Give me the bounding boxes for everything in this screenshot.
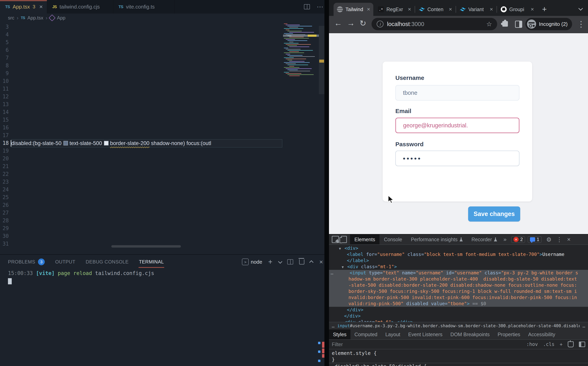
close-icon[interactable]: × — [490, 6, 493, 13]
styles-tab-layout[interactable]: Layout — [381, 329, 404, 339]
dom-tree-row[interactable]: nvalid:border-pink-500 invalid:text-pink… — [329, 294, 588, 301]
chevron-up-icon[interactable] — [309, 260, 313, 265]
filter-input[interactable]: Filter — [332, 342, 343, 347]
panel-tab-output[interactable]: OUTPUT — [55, 258, 75, 266]
code-editor[interactable]: 3456789101112131415161718192021222324252… — [0, 22, 329, 248]
dom-tree-row[interactable]: …<input type="text" name="username" id="… — [329, 270, 588, 276]
device-toolbar-icon[interactable] — [341, 236, 347, 243]
dom-tree-row[interactable]: -slate-500 disabled:border-slate-200 dis… — [329, 282, 588, 288]
username-label: Username — [395, 75, 424, 81]
close-icon[interactable]: × — [531, 6, 534, 13]
shell-name: node — [251, 259, 262, 265]
more-actions-icon[interactable]: ⋯ — [317, 3, 323, 11]
new-tab-icon[interactable]: + — [542, 5, 547, 14]
split-editor-icon[interactable] — [304, 4, 310, 9]
close-icon[interactable]: × — [39, 3, 43, 10]
devtools-menu-icon[interactable]: ⋮ — [556, 236, 562, 243]
breadcrumb-src[interactable]: src — [8, 15, 14, 21]
issues-badge[interactable]: 1 — [528, 236, 542, 243]
tab-search-chevron-icon[interactable] — [579, 7, 582, 11]
browser-tab-groupi[interactable]: Groupi× — [497, 3, 537, 16]
panel-tab-debug-console[interactable]: DEBUG CONSOLE — [86, 258, 129, 266]
styles-tab-dom-breakpoints[interactable]: DOM Breakpoints — [447, 329, 494, 339]
browser-tab-regexr[interactable]: .*RegExr× — [374, 3, 414, 16]
split-terminal-icon[interactable] — [287, 259, 293, 265]
close-devtools-icon[interactable]: × — [567, 236, 571, 243]
kill-terminal-icon[interactable] — [299, 259, 304, 265]
browser-menu-icon[interactable]: ⋮ — [577, 19, 585, 29]
code-line-18[interactable]: disabled:(bg-slate-50 text-slate-500 bor… — [11, 139, 282, 147]
site-info-icon[interactable]: i — [377, 21, 383, 27]
styles-tab-properties[interactable]: Properties — [494, 329, 524, 339]
password-field[interactable]: ••••• — [395, 151, 519, 166]
styles-tab-styles[interactable]: Styles — [329, 329, 350, 339]
dom-tree-row[interactable]: ▼<div> — [329, 245, 588, 251]
inspect-element-icon[interactable] — [332, 236, 339, 243]
tab-vite-config[interactable]: TS vite.config.ts — [113, 0, 175, 14]
elements-tree[interactable]: ▼<div><label for="username" class="block… — [329, 245, 588, 322]
selected-node-path[interactable]: input#username.px-3.py-2.bg-white.border… — [337, 323, 580, 328]
more-tabs-icon[interactable]: » — [502, 236, 509, 243]
username-field[interactable]: tbone — [395, 85, 519, 100]
dom-tree-row[interactable]: <label for="username" class="block text-… — [329, 251, 588, 258]
styles-tab-event-listeners[interactable]: Event Listeners — [404, 329, 447, 339]
element-style-rule[interactable]: element.style { } — [332, 350, 377, 363]
styles-tab-computed[interactable]: Computed — [350, 329, 381, 339]
error-badge[interactable]: × 2 — [511, 236, 525, 243]
back-icon[interactable]: ← — [334, 19, 342, 28]
settings-gear-icon[interactable]: ⚙ — [546, 236, 552, 243]
horizontal-scrollbar[interactable] — [111, 245, 181, 248]
dom-tree-row[interactable]: </div> — [329, 313, 588, 319]
dom-tree-row[interactable]: </label> — [329, 258, 588, 264]
dom-tree-row[interactable]: hadow-sm border-slate-300 placeholder-sl… — [329, 276, 588, 282]
dom-tree-row[interactable]: border-sky-500 focus:ring-sky-500 focus:… — [329, 288, 588, 294]
panel-tab-terminal[interactable]: TERMINAL — [139, 258, 164, 266]
breadcrumb-symbol[interactable]: App — [57, 15, 65, 21]
dom-tree-row[interactable]: ▼<div class="mt-1"> — [329, 264, 588, 270]
line-number: 11 — [0, 85, 9, 93]
terminal-shell-selector[interactable]: > node — [242, 259, 262, 265]
rendering-icon[interactable] — [568, 341, 574, 347]
hov-toggle[interactable]: :hov — [526, 342, 538, 347]
dom-tree-row[interactable]: ▶<div class="mt-6">…</div> — [329, 319, 588, 322]
email-field[interactable]: george@krugerindustrial. — [395, 118, 519, 133]
tab-label: App.tsx — [13, 4, 30, 10]
close-icon[interactable]: × — [449, 6, 452, 13]
save-changes-button[interactable]: Save changes — [468, 206, 520, 221]
tab-app-tsx[interactable]: TS App.tsx 3 × — [0, 0, 47, 14]
incognito-badge[interactable]: Incognito (2) — [525, 18, 572, 30]
panel-tab-problems[interactable]: PROBLEMS3 — [8, 258, 45, 266]
sidebar-toggle-icon[interactable] — [579, 342, 585, 347]
crumb-ellipsis[interactable]: … — [329, 323, 337, 328]
styles-tab-accessibility[interactable]: Accessibility — [524, 329, 559, 339]
devtools-tab-recorder[interactable]: Recorder — [467, 235, 502, 244]
extensions-icon[interactable] — [502, 21, 508, 27]
chevron-down-icon[interactable] — [278, 259, 282, 263]
browser-tab-variant[interactable]: Variant× — [456, 3, 496, 16]
devtools-tab-performance-insights[interactable]: Performance insights — [407, 235, 467, 244]
browser-tab-tailwind[interactable]: Tailwind× — [333, 3, 373, 16]
dom-tree-row[interactable]: </div> — [329, 307, 588, 313]
dom-tree-row[interactable]: valid:ring-pink-500" disabled value="tbo… — [329, 301, 588, 307]
devtools-tab-elements[interactable]: Elements — [350, 235, 379, 244]
row-actions-ellipsis[interactable]: … — [331, 270, 333, 276]
new-terminal-icon[interactable]: + — [268, 258, 272, 266]
tailwind-favicon — [460, 6, 466, 13]
forward-icon[interactable]: → — [347, 19, 355, 28]
tab-tailwind-config[interactable]: JS tailwind.config.cjs — [47, 0, 113, 14]
tab-title: Tailwind — [346, 7, 363, 12]
email-label: Email — [395, 108, 411, 114]
devtools-tab-console[interactable]: Console — [379, 235, 407, 244]
cls-toggle[interactable]: .cls — [543, 342, 555, 347]
address-bar[interactable]: i localhost:3000 ☆ — [371, 18, 497, 30]
close-icon[interactable]: × — [367, 6, 370, 13]
bookmark-star-icon[interactable]: ☆ — [486, 20, 492, 28]
crumb-ellipsis[interactable]: … — [580, 323, 588, 328]
reload-icon[interactable]: ↻ — [360, 19, 366, 28]
new-style-rule-icon[interactable]: + — [560, 342, 563, 347]
close-panel-icon[interactable]: × — [319, 258, 323, 266]
browser-tab-conten[interactable]: Conten× — [416, 3, 455, 16]
breadcrumb-file[interactable]: App.tsx — [27, 15, 43, 21]
side-panel-icon[interactable] — [515, 21, 522, 28]
close-icon[interactable]: × — [408, 6, 411, 13]
